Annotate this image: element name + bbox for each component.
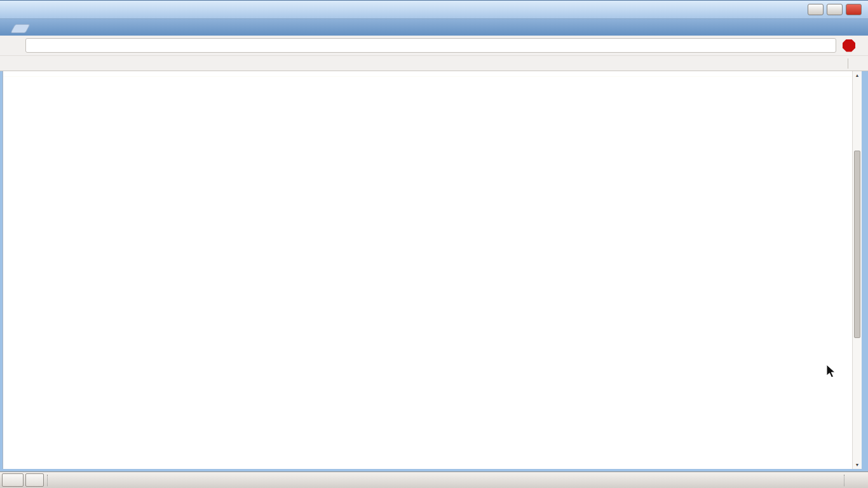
browser-content-frame: ▲ ▼ — [0, 71, 868, 471]
window-titlebar[interactable] — [0, 0, 868, 19]
close-button[interactable] — [846, 4, 862, 15]
partial-topic-row — [3, 71, 852, 77]
menu-button[interactable] — [2, 473, 24, 487]
new-tab-button[interactable] — [10, 24, 30, 33]
system-tray — [816, 475, 866, 486]
desktop-taskbar — [0, 471, 868, 488]
chrome-logo-icon — [6, 4, 18, 15]
bookmarks-divider — [848, 58, 848, 69]
minimize-button[interactable] — [808, 4, 824, 15]
vertical-scrollbar[interactable]: ▲ ▼ — [852, 71, 862, 469]
tray-handle — [844, 475, 847, 486]
adblock-plus-icon[interactable] — [843, 39, 855, 52]
network-monitor-icon[interactable] — [816, 475, 825, 485]
window-controls — [808, 4, 862, 15]
maximize-button[interactable] — [827, 4, 843, 15]
desk-icon — [30, 475, 39, 485]
scrollbar-thumb[interactable] — [854, 151, 860, 338]
bookmarks-bar — [0, 56, 868, 71]
scroll-down-arrow-icon[interactable]: ▼ — [853, 461, 862, 469]
forum-topic-list — [3, 71, 852, 469]
browser-toolbar — [0, 36, 868, 56]
address-bar[interactable] — [25, 38, 836, 53]
screen: { "window": { "title": "Реклама / Форум … — [0, 0, 868, 488]
scroll-up-arrow-icon[interactable]: ▲ — [853, 71, 862, 79]
tab-strip — [0, 19, 868, 36]
show-desktop-button[interactable] — [25, 473, 44, 487]
mouse-cursor — [826, 365, 839, 379]
gear-icon — [6, 475, 16, 485]
taskbar-handle — [47, 475, 50, 486]
